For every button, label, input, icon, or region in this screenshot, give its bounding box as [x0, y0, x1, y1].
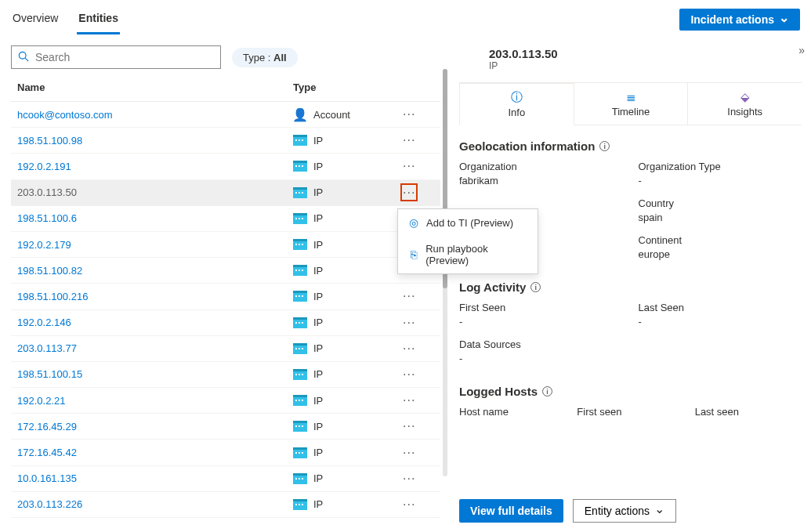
- tab-timeline[interactable]: ≣ Timeline: [574, 83, 689, 125]
- table-row[interactable]: 198.51.100.82IP···: [11, 258, 440, 284]
- table-row[interactable]: 172.16.45.42IP···: [11, 440, 440, 465]
- table-row[interactable]: 203.0.113.77IP···: [11, 336, 440, 362]
- expand-icon[interactable]: »: [798, 44, 805, 56]
- tab-timeline-label: Timeline: [612, 106, 650, 118]
- entity-link[interactable]: 203.0.113.77: [17, 342, 77, 354]
- ctx-label: Run playbook (Preview): [425, 243, 528, 266]
- table-row[interactable]: 172.16.45.29IP···: [11, 414, 440, 440]
- entity-link[interactable]: 198.51.100.82: [17, 265, 82, 277]
- tab-info[interactable]: ⓘ Info: [459, 83, 574, 125]
- view-full-label: View full details: [470, 505, 552, 517]
- type-cell: IP: [293, 317, 403, 328]
- row-actions-button[interactable]: ···: [403, 419, 415, 432]
- entity-link[interactable]: hcook@contoso.com: [17, 109, 113, 121]
- org-value: fabrikam: [459, 175, 623, 186]
- tab-entities[interactable]: Entities: [77, 5, 120, 34]
- view-full-details-button[interactable]: View full details: [459, 499, 563, 523]
- table-row[interactable]: 192.0.2.146IP···: [11, 310, 440, 336]
- table-body: hcook@contoso.com👤Account···198.51.100.9…: [11, 102, 440, 518]
- hosts-col2: First seen: [577, 406, 683, 418]
- ip-icon: [293, 395, 307, 406]
- hosts-columns: Host name First seen Last seen: [459, 406, 802, 420]
- continent-label: Continent: [639, 234, 802, 246]
- row-actions-button[interactable]: ···: [403, 367, 415, 381]
- row-actions-button[interactable]: ···: [403, 393, 415, 407]
- playbook-icon: ⎘: [407, 248, 419, 261]
- ip-icon: [293, 421, 307, 432]
- entity-link[interactable]: 192.0.2.146: [17, 317, 71, 328]
- entity-link[interactable]: 192.0.2.179: [17, 239, 71, 251]
- entity-link[interactable]: 192.0.2.21: [17, 395, 65, 407]
- entity-actions-button[interactable]: Entity actions: [573, 499, 676, 523]
- ip-icon: [293, 239, 307, 250]
- row-actions-button[interactable]: ···: [403, 498, 415, 511]
- table-row[interactable]: 203.0.113.50IP···: [11, 180, 440, 206]
- ctx-run-playbook[interactable]: ⎘ Run playbook (Preview): [398, 236, 538, 273]
- orgtype-label: Organization Type: [639, 161, 802, 172]
- table-row[interactable]: 198.51.100.98IP···: [11, 128, 440, 154]
- row-actions-button[interactable]: ···: [403, 472, 415, 485]
- scrollbar[interactable]: [440, 34, 450, 532]
- table-header: Name Type: [11, 81, 440, 102]
- table-row[interactable]: 198.51.100.6IP···: [11, 206, 440, 232]
- firstseen-value: -: [459, 316, 623, 328]
- tab-insights-label: Insights: [727, 106, 762, 118]
- info-tooltip-icon[interactable]: i: [530, 282, 541, 292]
- row-actions-button[interactable]: ···: [403, 159, 415, 172]
- lastseen-label: Last Seen: [639, 302, 802, 313]
- info-tooltip-icon[interactable]: i: [599, 141, 610, 151]
- ip-icon: [293, 317, 307, 328]
- detail-header: 203.0.113.50 IP: [459, 47, 802, 71]
- detail-tabs: ⓘ Info ≣ Timeline ⬙ Insights: [459, 82, 802, 125]
- tab-insights[interactable]: ⬙ Insights: [688, 83, 802, 125]
- type-cell: IP: [293, 265, 403, 277]
- table-row[interactable]: 198.51.100.216IP···: [11, 284, 440, 309]
- header-name[interactable]: Name: [17, 81, 293, 93]
- row-actions-button[interactable]: ···: [403, 107, 415, 121]
- table-row[interactable]: 10.0.161.135IP···: [11, 466, 440, 492]
- table-row[interactable]: 192.0.2.179IP···: [11, 232, 440, 258]
- entity-link[interactable]: 192.0.2.191: [17, 161, 71, 172]
- table-row[interactable]: 198.51.100.15IP···: [11, 362, 440, 388]
- row-actions-button[interactable]: ···: [403, 186, 415, 199]
- table-row[interactable]: 192.0.2.191IP···: [11, 154, 440, 179]
- entity-link[interactable]: 203.0.113.50: [17, 186, 77, 198]
- tab-overview[interactable]: Overview: [11, 5, 60, 34]
- search-input[interactable]: [35, 51, 214, 63]
- type-filter-pill[interactable]: Type : All: [232, 48, 298, 67]
- entity-link[interactable]: 198.51.100.6: [17, 212, 77, 224]
- row-actions-button[interactable]: ···: [403, 133, 415, 147]
- ip-icon: [293, 369, 307, 380]
- ctx-add-to-ti[interactable]: ◎ Add to TI (Preview): [398, 209, 538, 236]
- header-type[interactable]: Type: [293, 81, 403, 93]
- search-input-wrapper[interactable]: [11, 45, 221, 69]
- table-row[interactable]: 203.0.113.226IP···: [11, 492, 440, 518]
- table-row[interactable]: 192.0.2.21IP···: [11, 388, 440, 414]
- row-actions-button[interactable]: ···: [403, 289, 415, 302]
- incident-actions-button[interactable]: Incident actions: [679, 9, 800, 31]
- type-label: IP: [313, 265, 323, 277]
- entity-link[interactable]: 203.0.113.226: [17, 498, 82, 510]
- entity-link[interactable]: 198.51.100.15: [17, 368, 82, 380]
- row-actions-button[interactable]: ···: [403, 316, 415, 329]
- type-cell: IP: [293, 212, 403, 224]
- type-label: IP: [313, 317, 323, 328]
- entity-link[interactable]: 172.16.45.29: [17, 421, 77, 432]
- entity-link[interactable]: 172.16.45.42: [17, 447, 77, 458]
- entity-link[interactable]: 198.51.100.98: [17, 135, 82, 147]
- row-actions-button[interactable]: ···: [403, 342, 415, 355]
- row-actions-button[interactable]: ···: [403, 446, 415, 459]
- table-row[interactable]: hcook@contoso.com👤Account···: [11, 102, 440, 128]
- orgtype-value: -: [639, 175, 802, 186]
- info-tooltip-icon[interactable]: i: [542, 386, 552, 396]
- chevron-down-icon: [654, 505, 664, 517]
- hosts-heading: Logged Hosts i: [459, 385, 802, 398]
- top-tabs: Overview Entities: [11, 5, 120, 34]
- entity-link[interactable]: 198.51.100.216: [17, 291, 88, 302]
- entity-link[interactable]: 10.0.161.135: [17, 472, 77, 484]
- type-cell: IP: [293, 186, 403, 198]
- type-cell: IP: [293, 368, 403, 380]
- ip-icon: [293, 343, 307, 354]
- type-label: IP: [313, 161, 323, 172]
- ip-icon: [293, 265, 307, 276]
